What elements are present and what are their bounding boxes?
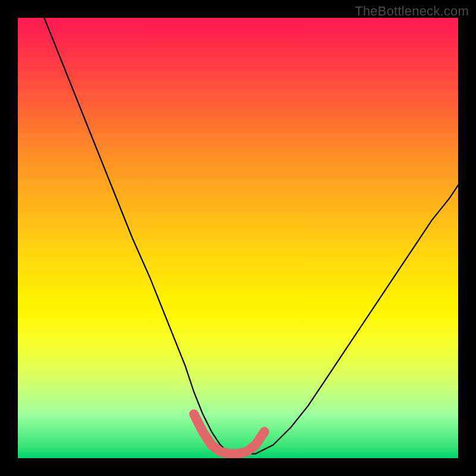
- chart-frame: TheBottleneck.com: [0, 0, 476, 476]
- bottleneck-curve: [44, 18, 458, 454]
- watermark-text: TheBottleneck.com: [355, 4, 469, 19]
- plot-area: [18, 18, 458, 458]
- highlight-region: [194, 414, 264, 454]
- plot-svg: [18, 18, 458, 458]
